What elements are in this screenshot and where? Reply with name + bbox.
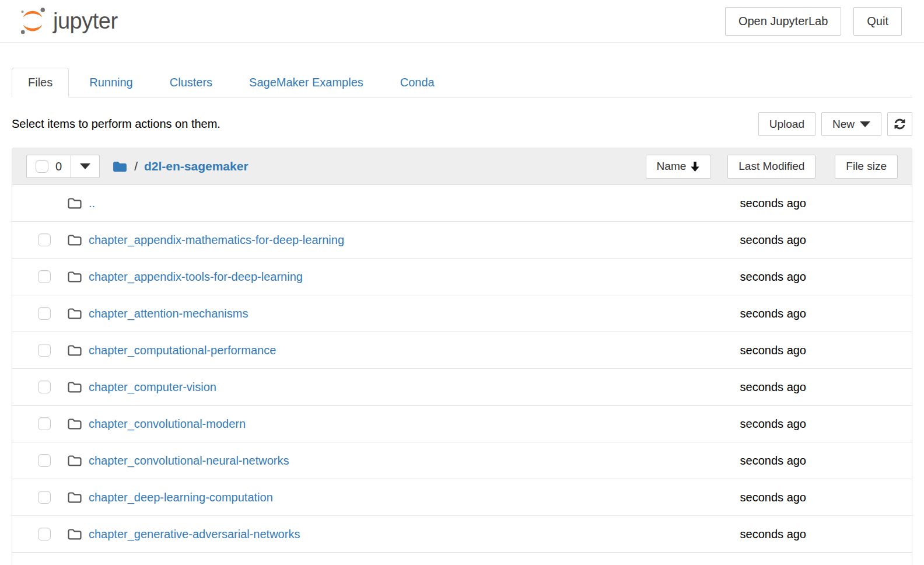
file-list-row: chapter_appendix-mathematics-for-deep-le… (12, 222, 912, 259)
select-all-checkbox[interactable] (36, 160, 48, 173)
row-checkbox[interactable] (38, 270, 51, 283)
folder-icon (67, 417, 82, 430)
chevron-down-icon (80, 163, 90, 169)
logo-text: jupyter (53, 9, 118, 34)
item-last-modified: seconds ago (740, 197, 912, 210)
selected-count: 0 (55, 160, 62, 173)
actions-buttons: Upload New (758, 112, 912, 136)
new-dropdown-button[interactable]: New (821, 112, 881, 136)
item-last-modified: seconds ago (740, 454, 912, 468)
tab-item: SageMaker Examples (233, 68, 380, 97)
tab-bar: Files Running Clusters SageMaker Example… (12, 68, 912, 97)
tab-sagemaker-examples[interactable]: SageMaker Examples (233, 68, 380, 97)
chevron-down-icon (860, 121, 870, 127)
file-list-row: chapter_attention-mechanisms seconds ago (12, 295, 912, 332)
item-name-link[interactable]: chapter_deep-learning-computation (89, 491, 273, 504)
folder-icon (67, 528, 82, 540)
list-toolbar: 0 / d2l-en-sagemaker Name (12, 148, 912, 185)
breadcrumb-current-folder[interactable]: d2l-en-sagemaker (144, 159, 249, 173)
home-folder-icon[interactable] (112, 159, 128, 173)
jupyter-logo[interactable]: jupyter (18, 6, 118, 36)
row-checkbox[interactable] (38, 417, 51, 430)
folder-icon (67, 270, 82, 283)
row-checkbox[interactable] (38, 307, 51, 320)
sort-by-last-modified-button[interactable]: Last Modified (727, 155, 816, 179)
folder-icon (67, 491, 82, 504)
tab-conda[interactable]: Conda (384, 68, 451, 97)
upload-button[interactable]: Upload (758, 112, 816, 136)
tab-running[interactable]: Running (73, 68, 149, 97)
open-jupyterlab-button[interactable]: Open JupyterLab (725, 7, 841, 36)
quit-button[interactable]: Quit (853, 7, 902, 36)
tab-item: Files (12, 68, 69, 97)
folder-icon (67, 454, 82, 467)
select-filter-dropdown-button[interactable] (71, 155, 100, 178)
file-list-row: chapter_computer-vision seconds ago (12, 369, 912, 406)
refresh-icon (894, 118, 906, 130)
row-checkbox[interactable] (38, 491, 51, 504)
jupyter-logo-icon (18, 6, 48, 36)
sort-descending-arrow-icon (690, 161, 700, 173)
item-name-link[interactable]: chapter_convolutional-neural-networks (89, 454, 289, 468)
breadcrumb: / d2l-en-sagemaker (112, 159, 248, 173)
item-name-link[interactable]: chapter_convolutional-modern (89, 417, 246, 431)
row-checkbox[interactable] (38, 528, 51, 540)
item-last-modified: seconds ago (740, 417, 912, 431)
file-list-row: chapter_appendix-tools-for-deep-learning… (12, 259, 912, 295)
item-last-modified: seconds ago (740, 491, 912, 504)
item-name-link[interactable]: chapter_attention-mechanisms (89, 307, 248, 320)
sort-name-label: Name (657, 160, 687, 173)
tab-item: Conda (384, 68, 451, 97)
folder-icon (67, 197, 82, 210)
item-last-modified: seconds ago (740, 307, 912, 320)
app-header: jupyter Open JupyterLab Quit (0, 0, 924, 43)
item-last-modified: seconds ago (740, 381, 912, 394)
row-checkbox[interactable] (38, 233, 51, 246)
breadcrumb-separator: / (134, 159, 138, 173)
main-content: Files Running Clusters SageMaker Example… (0, 68, 924, 565)
sort-by-file-size-button[interactable]: File size (835, 155, 898, 179)
item-name-link[interactable]: chapter_computational-performance (89, 344, 276, 357)
row-checkbox[interactable] (38, 344, 51, 357)
select-all-button[interactable]: 0 (26, 155, 71, 178)
folder-icon (67, 381, 82, 393)
item-name-link[interactable]: chapter_appendix-mathematics-for-deep-le… (89, 233, 344, 247)
item-last-modified: seconds ago (740, 233, 912, 247)
item-name-link[interactable]: chapter_generative-adversarial-networks (89, 528, 300, 541)
folder-icon (67, 344, 82, 357)
actions-row: Select items to perform actions on them.… (12, 112, 912, 136)
new-dropdown-label: New (832, 118, 855, 131)
tab-item: Clusters (153, 68, 229, 97)
item-last-modified: seconds ago (740, 344, 912, 357)
folder-icon (67, 233, 82, 246)
select-items-hint: Select items to perform actions on them. (12, 117, 220, 131)
folder-icon (67, 307, 82, 320)
row-checkbox[interactable] (38, 454, 51, 467)
tab-files[interactable]: Files (12, 68, 69, 97)
sort-by-name-button[interactable]: Name (646, 155, 712, 179)
item-name-link[interactable]: chapter_appendix-tools-for-deep-learning (89, 270, 303, 284)
refresh-button[interactable] (887, 112, 912, 136)
item-name-link[interactable]: chapter_computer-vision (89, 381, 216, 394)
file-list-row: chapter_computational-performance second… (12, 332, 912, 369)
item-last-modified: seconds ago (740, 528, 912, 541)
file-list: .. seconds ago chapter_appendix-mathemat… (12, 185, 912, 553)
file-list-row: .. seconds ago (12, 185, 912, 222)
list-stub-row (12, 553, 912, 565)
file-list-row: chapter_deep-learning-computation second… (12, 479, 912, 516)
file-browser: 0 / d2l-en-sagemaker Name (12, 148, 912, 565)
file-list-row: chapter_generative-adversarial-networks … (12, 516, 912, 553)
item-name-link[interactable]: .. (89, 197, 95, 210)
file-list-row: chapter_convolutional-neural-networks se… (12, 442, 912, 479)
row-checkbox[interactable] (38, 381, 51, 393)
select-all-group: 0 (26, 155, 100, 178)
tab-clusters[interactable]: Clusters (153, 68, 229, 97)
item-last-modified: seconds ago (740, 270, 912, 284)
file-list-row: chapter_convolutional-modern seconds ago (12, 406, 912, 442)
tab-item: Running (73, 68, 149, 97)
